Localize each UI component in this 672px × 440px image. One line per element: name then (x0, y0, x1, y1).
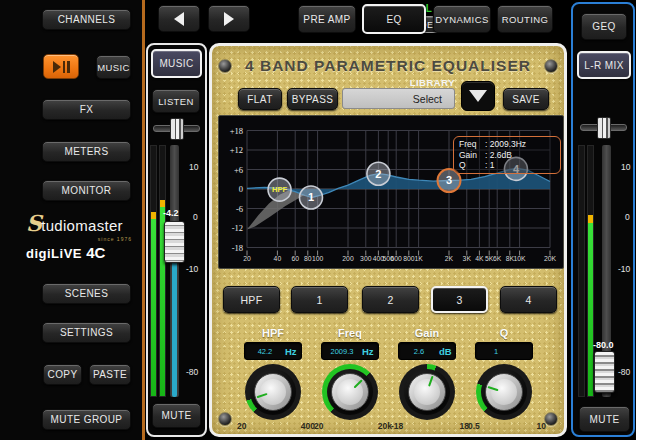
gain-value-display: 2.6 dB (398, 342, 456, 360)
channel-fader-lower-track (172, 261, 177, 397)
x-tick-label: 600 (391, 255, 403, 262)
next-channel-button[interactable] (208, 5, 250, 32)
sidebar-item-fx[interactable]: FX (42, 99, 131, 120)
band-button-2[interactable]: 2 (362, 286, 419, 313)
channel-name-button[interactable]: MUSIC (151, 49, 202, 78)
freq-knob[interactable] (322, 364, 378, 420)
band-button-3[interactable]: 3 (431, 286, 488, 313)
master-pan-slider[interactable] (580, 124, 627, 131)
knob-max: 10 (537, 421, 546, 431)
knob-pointer (256, 393, 267, 399)
knob-max: 400 (301, 421, 315, 431)
console-screen: CHANNELS MUSIC FX METERS MONITOR Studiom… (0, 0, 672, 440)
q-knob[interactable] (476, 364, 532, 420)
master-pan-handle[interactable] (597, 117, 611, 139)
master-fader-handle[interactable] (594, 351, 615, 393)
channel-mute-button[interactable]: MUTE (152, 403, 201, 428)
knob-min: -18 (391, 421, 403, 431)
sidebar-item-meters[interactable]: METERS (42, 141, 131, 162)
svg-text:3: 3 (446, 174, 452, 186)
listen-button[interactable]: LISTEN (152, 89, 200, 113)
knob-pointer (353, 379, 363, 389)
sidebar-item-channels[interactable]: CHANNELS (42, 9, 131, 30)
paste-button[interactable]: PASTE (89, 364, 131, 385)
q-value-display: 1 (475, 342, 533, 360)
knob-min: 20 (314, 421, 323, 431)
info-gain-value: : 2.6dB (485, 150, 512, 161)
eq-band-handle-HPF[interactable]: HPF (268, 178, 291, 201)
x-tick-label: 80 (304, 255, 312, 262)
meter-green-segment (151, 219, 156, 396)
channel-strip-music: MUSIC LISTEN 10 0 -10 -80 -4.2 MUTE (146, 43, 207, 437)
band-button-1[interactable]: 1 (291, 286, 348, 313)
meter-peak-segment (151, 212, 156, 219)
knob-unit: Hz (362, 346, 378, 357)
knob-value: 1 (476, 347, 516, 356)
y-tick-label: -18 (232, 243, 243, 253)
y-tick-label: +6 (234, 165, 243, 175)
sidebar-item-settings[interactable]: SETTINGS (42, 322, 131, 343)
master-name-button[interactable]: L-R MIX (577, 51, 631, 79)
save-button[interactable]: SAVE (503, 88, 549, 110)
x-tick-label: 800 (403, 255, 415, 262)
band-button-4[interactable]: 4 (500, 286, 557, 313)
x-tick-label: 200 (342, 255, 354, 262)
tab-routing[interactable]: ROUTING (497, 5, 553, 33)
fader-scale-m10: -10 (618, 264, 630, 274)
band-button-hpf[interactable]: HPF (223, 286, 280, 313)
knob-value: 2009.3 (322, 347, 362, 356)
library-select[interactable]: Select (342, 88, 455, 109)
info-q-label: Q (459, 160, 485, 171)
tab-preamp[interactable]: PRE AMP (298, 5, 356, 33)
hpf-knob[interactable] (245, 364, 301, 420)
master-mute-button[interactable]: MUTE (579, 406, 630, 432)
knob-pointer (487, 386, 498, 392)
eq-band-handle-2[interactable]: 2 (367, 162, 390, 185)
screw-icon (544, 412, 558, 426)
gain-knob[interactable] (399, 364, 455, 420)
model-suffix: 4C (86, 244, 105, 261)
sidebar-item-monitor[interactable]: MONITOR (42, 180, 131, 201)
master-meter-left (578, 145, 585, 397)
tab-eq[interactable]: EQ (362, 4, 426, 34)
freq-knob-group: Freq 2009.3 Hz 2020k (314, 327, 386, 431)
channel-pan-handle[interactable] (170, 118, 184, 140)
pause-icon (63, 61, 70, 73)
x-tick-label: 300 (360, 255, 372, 262)
channel-fader-handle[interactable] (164, 221, 185, 263)
geq-button[interactable]: GEQ (581, 13, 627, 40)
copy-button[interactable]: COPY (43, 364, 82, 385)
eq-band-handle-1[interactable]: 1 (299, 186, 322, 209)
library-label: LIBRARY (397, 77, 455, 88)
knob-unit: Hz (285, 346, 301, 357)
play-pause-button[interactable] (43, 54, 79, 79)
sidebar-item-mute-group[interactable]: MUTE GROUP (42, 409, 131, 430)
gain-knob-group: Gain 2.6 dB -1818 (391, 327, 463, 431)
prev-channel-button[interactable] (158, 5, 200, 32)
master-fader-value: -80.0 (593, 340, 614, 350)
tab-dynamics[interactable]: DYNAMICS (433, 5, 491, 33)
sidebar-music-button[interactable]: MUSIC (96, 55, 131, 79)
master-strip: GEQ L-R MIX 10 0 -10 -80 -80.0 MUTE (571, 2, 635, 437)
knob-unit: dB (439, 346, 455, 357)
knob-label: HPF (237, 327, 309, 339)
y-tick-label: -6 (236, 204, 243, 214)
model-name: digiLiVE (26, 246, 82, 261)
svg-text:2: 2 (375, 168, 381, 180)
x-tick-label: 100 (312, 255, 324, 262)
x-tick-label: 3K (463, 255, 472, 262)
arrow-right-icon (224, 12, 234, 26)
channel-pan-slider[interactable] (153, 125, 200, 132)
bypass-button[interactable]: BYPASS (287, 88, 338, 110)
flat-button[interactable]: FLAT (238, 88, 282, 110)
x-tick-label: 60 (291, 255, 299, 262)
eq-title: 4 BAND PARAMETRIC EQUALISER (212, 57, 564, 75)
sidebar-item-scenes[interactable]: SCENES (42, 283, 131, 304)
arrow-left-icon (174, 12, 184, 26)
x-tick-label: 10K (514, 255, 527, 262)
library-dropdown-button[interactable] (461, 81, 495, 111)
q-knob-group: Q 1 0.510 (468, 327, 540, 431)
x-tick-label: 2K (445, 255, 454, 262)
master-meter-right (587, 145, 594, 397)
hpf-knob-group: HPF 42.2 Hz 20400 (237, 327, 309, 431)
